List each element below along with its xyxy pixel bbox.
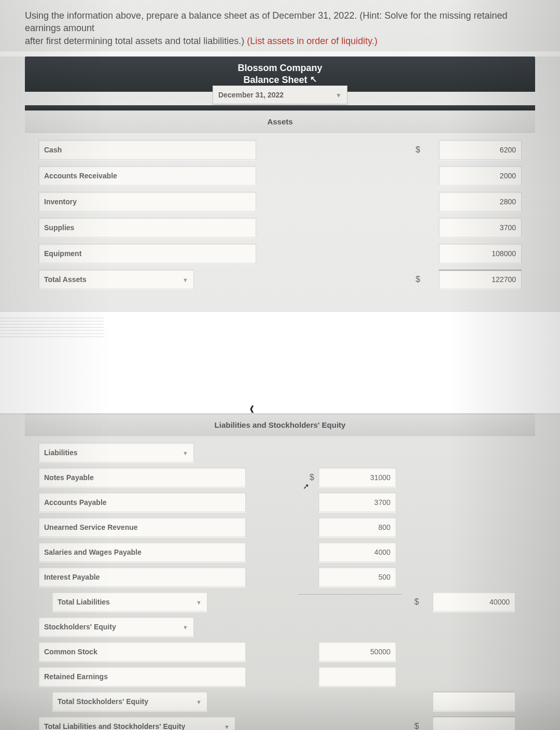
- question-prompt: Using the information above, prepare a b…: [0, 0, 560, 51]
- liability-amount-input[interactable]: 500: [318, 567, 396, 587]
- chevron-down-icon: ▼: [183, 450, 188, 456]
- asset-label-input[interactable]: Inventory: [38, 192, 256, 212]
- currency-symbol: $: [408, 145, 428, 155]
- currency-symbol: $: [298, 473, 318, 482]
- chevron-down-icon: ▼: [224, 724, 230, 730]
- asset-amount-input[interactable]: 2000: [439, 166, 522, 186]
- sheet-header-band: Blossom Company Balance Sheet ↖ December…: [25, 57, 535, 92]
- chevron-down-icon: ▼: [335, 92, 342, 99]
- liability-label-input[interactable]: Salaries and Wages Payable: [38, 542, 246, 562]
- liability-label-input[interactable]: Interest Payable: [38, 567, 246, 587]
- company-name: Blossom Company: [237, 63, 322, 73]
- total-equity-select[interactable]: Total Stockholders' Equity ▼: [52, 692, 207, 711]
- chevron-down-icon: ▼: [196, 699, 202, 705]
- total-liabilities-select[interactable]: Total Liabilities ▼: [52, 592, 207, 612]
- liability-amount-input[interactable]: 4000: [318, 542, 396, 562]
- total-equity-amount[interactable]: [432, 692, 515, 711]
- statement-name: Balance Sheet: [243, 75, 307, 85]
- liability-label-input[interactable]: Accounts Payable: [38, 493, 246, 512]
- equity-label-input[interactable]: Retained Earnings: [38, 667, 246, 686]
- chevron-down-icon: ▼: [196, 599, 202, 606]
- total-assets-select[interactable]: Total Assets ▼: [38, 270, 194, 289]
- prompt-hint: (List assets in order of liquidity.): [247, 36, 377, 46]
- prompt-line1: Using the information above, prepare a b…: [25, 10, 508, 33]
- photo-gap: ❰: [0, 310, 560, 414]
- currency-symbol: $: [401, 722, 422, 730]
- equity-label-input[interactable]: Common Stock: [38, 642, 246, 662]
- asset-label-input[interactable]: Accounts Receivable: [38, 166, 256, 186]
- prompt-line2: after first determining total assets and…: [25, 36, 247, 46]
- currency-symbol: $: [401, 597, 422, 607]
- asset-amount-input[interactable]: 6200: [439, 140, 522, 160]
- chevron-down-icon: ▼: [183, 624, 188, 630]
- asset-amount-input[interactable]: 2800: [439, 192, 522, 212]
- liability-amount-input[interactable]: 31000: [318, 468, 396, 487]
- liability-amount-input[interactable]: 800: [318, 517, 396, 537]
- smudge: [0, 316, 104, 337]
- equity-amount-input[interactable]: 50000: [318, 642, 396, 662]
- asset-amount-input[interactable]: 3700: [439, 218, 522, 237]
- liabilities-heading-select[interactable]: Liabilities ▼: [38, 443, 194, 462]
- asset-label-input[interactable]: Equipment: [38, 244, 256, 263]
- asset-label-input[interactable]: Supplies: [38, 218, 256, 237]
- total-liabilities-amount[interactable]: 40000: [432, 592, 515, 612]
- cursor-icon: ➚: [303, 482, 310, 491]
- cursor-icon: ❰: [249, 404, 255, 413]
- header-underline: [25, 105, 535, 110]
- liability-label-input[interactable]: Notes Payable: [38, 468, 246, 487]
- asset-amount-input[interactable]: 108000: [439, 244, 522, 263]
- total-assets-amount[interactable]: 122700: [439, 270, 522, 289]
- chevron-down-icon: ▼: [183, 277, 188, 283]
- date-selector[interactable]: December 31, 2022 ▼: [213, 86, 347, 104]
- currency-symbol: $: [408, 275, 428, 284]
- liabilities-section-title: Liabilities and Stockholders' Equity: [25, 414, 535, 436]
- liability-label-input[interactable]: Unearned Service Revenue: [38, 517, 246, 537]
- liability-amount-input[interactable]: 3700: [318, 493, 396, 512]
- cursor-icon: ↖: [310, 75, 317, 83]
- assets-section-title: Assets: [25, 110, 535, 133]
- date-value: December 31, 2022: [218, 91, 284, 99]
- grand-total-select[interactable]: Total Liabilities and Stockholders' Equi…: [38, 717, 235, 730]
- stockholders-equity-heading-select[interactable]: Stockholders' Equity ▼: [38, 617, 194, 637]
- subtotal-rule: [298, 594, 401, 595]
- retained-earnings-amount[interactable]: [318, 667, 396, 686]
- grand-total-amount[interactable]: [432, 717, 515, 730]
- asset-label-input[interactable]: Cash: [38, 140, 256, 160]
